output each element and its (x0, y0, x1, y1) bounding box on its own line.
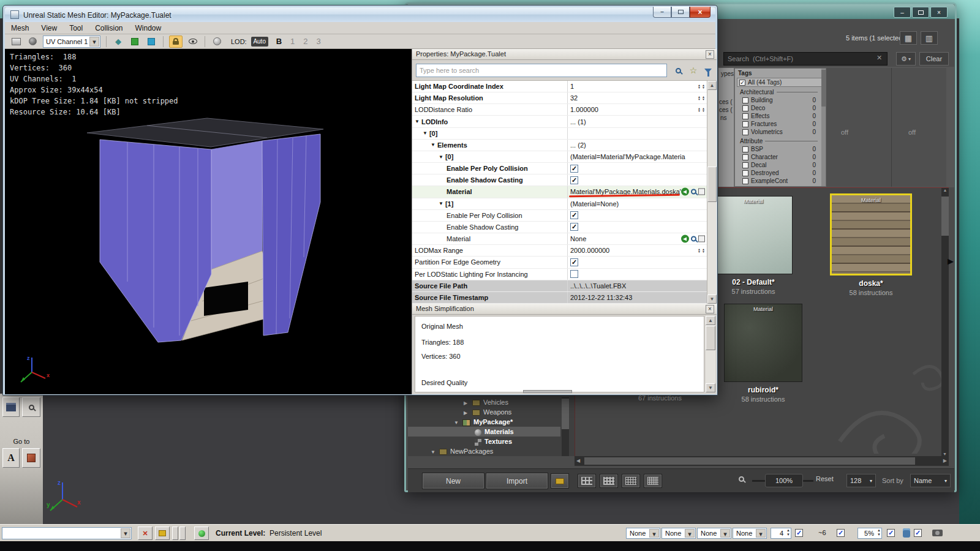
property-checkbox[interactable]: ✓ (570, 176, 578, 184)
tree-item-weapons[interactable]: Weapons (483, 408, 511, 416)
stream-level-dropdown[interactable]: None▾ (697, 528, 731, 539)
thumbnail-capture-button[interactable] (10, 36, 22, 48)
property-row-light-map-resolution[interactable]: Light Map Resolution32▲▼▲▼ (412, 92, 707, 104)
spinner-arrows-icon[interactable]: ▲▼ (877, 528, 881, 537)
tag-checkbox[interactable] (742, 170, 748, 176)
chevron-down-icon[interactable]: ▾ (89, 37, 99, 47)
property-row-enable-per-poly-collision[interactable]: Enable Per Poly Collision✓ (412, 210, 707, 222)
tag-checkbox[interactable] (742, 113, 748, 119)
minimize-button[interactable]: – (653, 7, 671, 18)
uv-overlay-button[interactable] (211, 36, 223, 48)
tree-item-vehicles[interactable]: Vehicles (483, 399, 508, 406)
show-normals-button[interactable] (187, 36, 199, 48)
property-row-per-lodstatic-lighting-for-instancing[interactable]: Per LODStatic Lighting For Instancing (412, 269, 707, 280)
close-panel-button[interactable]: × (706, 50, 714, 59)
tag-checkbox[interactable] (742, 105, 748, 111)
scrollbar-thumb[interactable] (941, 197, 949, 236)
tree-collapse-icon[interactable]: ▼ (454, 420, 459, 425)
show-collision-button[interactable] (145, 36, 157, 48)
scroll-down-icon[interactable]: ▼ (706, 383, 715, 392)
scroll-down-icon[interactable]: ▼ (707, 294, 717, 304)
tag-checkbox[interactable] (742, 178, 748, 184)
property-row-partition-for-edge-geometry[interactable]: Partition For Edge Geometry✓ (412, 257, 707, 268)
property-checkbox[interactable] (570, 270, 578, 278)
collapse-arrow-icon[interactable]: ▼ (431, 142, 435, 148)
thumb-size-button-4[interactable] (644, 474, 662, 488)
tag-item-effects[interactable]: Effects0 (735, 112, 826, 120)
clear-filter-button[interactable]: Clear (919, 52, 949, 66)
simplification-panel-header[interactable]: Mesh Simplification × (412, 304, 717, 315)
show-bounds-button[interactable] (129, 36, 141, 48)
property-row-1[interactable]: ▼[1](Material=None) (412, 198, 707, 210)
asset-thumbnail[interactable]: Material (724, 304, 802, 382)
builder-brush-button[interactable] (22, 448, 40, 468)
asset-thumbnail[interactable]: Material (714, 196, 793, 274)
rotation-snap-checkbox[interactable]: ✓ (837, 529, 845, 537)
property-checkbox[interactable]: ✓ (570, 223, 578, 231)
play-button[interactable] (194, 527, 209, 540)
delete-button[interactable]: ✕ (138, 527, 153, 540)
tree-item-mypackage[interactable]: MyPackage* (473, 418, 513, 425)
zoom-value[interactable]: 100% (765, 474, 803, 487)
maximize-button[interactable] (912, 7, 929, 18)
tag-checkbox[interactable] (742, 97, 748, 103)
tag-item-building[interactable]: Building0 (735, 96, 826, 104)
tag-item-destroyed[interactable]: Destroyed0 (735, 169, 826, 177)
layout-grid-button[interactable]: ▦ (900, 31, 917, 45)
property-row-material[interactable]: MaterialNone (412, 233, 707, 245)
tag-item-deco[interactable]: Deco0 (735, 104, 826, 112)
tag-item-bsp[interactable]: BSP0 (735, 145, 826, 153)
splitter-button-2[interactable] (179, 527, 186, 540)
property-row-loddistance-ratio[interactable]: LODDistance Ratio1.000000▲▼▲▼ (412, 104, 707, 116)
uv-channel-dropdown[interactable]: UV Channel 1▾ (43, 36, 100, 48)
property-row-0[interactable]: ▼[0] (412, 128, 707, 140)
lod-level-3[interactable]: 3 (317, 37, 321, 46)
tag-checkbox[interactable] (742, 154, 748, 160)
scale-snap-checkbox[interactable]: ✓ (887, 529, 895, 537)
scroll-down-icon[interactable]: ▼ (564, 455, 568, 456)
splitter-button-1[interactable] (172, 527, 178, 540)
menu-window[interactable]: Window (129, 24, 168, 32)
property-row-enable-shadow-casting[interactable]: Enable Shadow Casting✓ (412, 222, 707, 233)
property-row-light-map-coordinate-index[interactable]: Light Map Coordinate Index1▲▼▲▼ (412, 81, 707, 92)
chevron-down-icon[interactable]: ▾ (720, 529, 730, 538)
checkbox-checked-icon[interactable]: ✓ (739, 80, 745, 86)
search-input[interactable] (723, 52, 888, 66)
new-button[interactable]: New (422, 473, 484, 489)
properties-scrollbar[interactable]: ▲ ▼ (707, 81, 717, 304)
property-row-enable-shadow-casting[interactable]: Enable Shadow Casting✓ (412, 174, 707, 186)
property-row-material[interactable]: MaterialMaterial'MyPackage.Materials.dos… (412, 186, 707, 198)
use-selected-icon[interactable] (681, 188, 689, 196)
find-in-browser-icon[interactable] (691, 189, 696, 195)
properties-panel-header[interactable]: Properties: MyPackage.Tualet × (412, 49, 717, 60)
show-wireframe-button[interactable]: ◆ (112, 36, 124, 48)
tag-item-fractures[interactable]: Fractures0 (735, 120, 826, 128)
find-in-browser-icon[interactable] (691, 236, 696, 242)
value-spinner-icon[interactable]: ▲▼▲▼ (698, 248, 705, 253)
tag-checkbox[interactable] (742, 162, 748, 168)
viewport-layout-button[interactable] (2, 397, 20, 417)
tree-item-textures[interactable]: Textures (484, 438, 512, 445)
scroll-up-icon[interactable]: ▲ (707, 81, 717, 90)
chevron-down-icon[interactable]: ▾ (756, 529, 766, 538)
autosave-checkbox[interactable]: ✓ (914, 529, 922, 537)
paint-button[interactable] (155, 527, 170, 540)
property-row-source-file-path[interactable]: Source File Path..\..\..\..\Tualet.FBX (412, 280, 707, 292)
scrollbar-thumb[interactable] (562, 399, 569, 429)
scrollbar-thumb[interactable] (584, 457, 915, 465)
mesh-viewport[interactable]: Triangles: 188Vertices: 360UV Channels: … (5, 49, 412, 394)
tag-all-toggle[interactable]: ✓ All (44 Tags) (737, 78, 824, 87)
camera-icon[interactable] (932, 530, 943, 536)
collapse-arrow-icon[interactable]: ▼ (415, 119, 420, 124)
value-spinner-icon[interactable]: ▲▼▲▼ (698, 107, 705, 112)
clear-reference-icon[interactable] (698, 236, 705, 242)
simplification-scrollbar[interactable]: ▲ ▼ (706, 316, 715, 392)
grid-snap-checkbox[interactable]: ✓ (795, 529, 803, 537)
properties-search-input[interactable] (416, 64, 667, 77)
menu-collision[interactable]: Collision (89, 24, 129, 32)
favorites-star-icon[interactable]: ☆ (686, 64, 701, 77)
value-spinner-icon[interactable]: ▲▼▲▼ (698, 84, 705, 89)
asset-vertical-scrollbar[interactable]: ▲▼ (941, 188, 949, 456)
dock-arrow-icon[interactable]: ▶ (948, 257, 954, 266)
layout-list-button[interactable]: ▥ (921, 31, 938, 45)
